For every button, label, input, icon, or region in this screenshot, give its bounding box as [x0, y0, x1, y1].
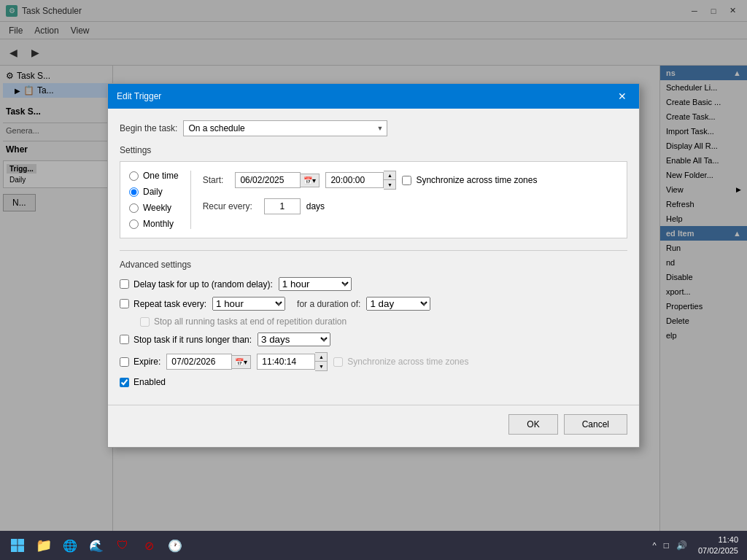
stop-running-checkbox	[140, 317, 150, 327]
recur-label: Recur every:	[203, 201, 252, 211]
sync-checkbox[interactable]	[402, 176, 411, 185]
repeat-task-checkbox-label[interactable]: Repeat task every:	[120, 299, 206, 309]
dialog-title-bar: Edit Trigger ✕	[108, 84, 639, 109]
for-duration-label: for a duration of:	[297, 299, 360, 309]
svg-rect-0	[11, 539, 18, 545]
advanced-label: Advanced settings	[120, 260, 627, 270]
delay-select-wrapper: 1 hour 30 minutes 2 hours 4 hours	[279, 277, 352, 291]
time-down-button[interactable]: ▼	[384, 180, 395, 189]
settings-right-panel: Start: 📅▾ ▲ ▼	[203, 171, 618, 229]
expire-date-wrapper: 📅▾	[166, 354, 251, 370]
delay-select[interactable]: 1 hour 30 minutes 2 hours 4 hours	[279, 277, 352, 291]
begin-task-select-wrapper: On a schedule At log on At startup On id…	[183, 120, 387, 136]
taskbar-file-explorer-icon[interactable]: 📁	[32, 534, 55, 557]
windows-logo-icon	[10, 538, 25, 553]
expire-sync-label[interactable]: Synchronize across time zones	[333, 357, 468, 367]
start-label: Start:	[203, 175, 224, 185]
stop-task-checkbox[interactable]	[120, 335, 129, 344]
expire-time-up-button[interactable]: ▲	[315, 353, 327, 362]
expire-time-input[interactable]	[257, 354, 315, 370]
expire-checkbox-label[interactable]: Expire:	[120, 357, 160, 367]
dialog-title: Edit Trigger	[117, 91, 161, 101]
taskbar-app5-icon[interactable]: ⊘	[137, 534, 160, 557]
radio-one-time[interactable]: One time	[129, 171, 179, 181]
advanced-settings-section: Advanced settings Delay task for up to (…	[120, 250, 627, 387]
expire-date-input[interactable]	[166, 354, 232, 370]
radio-daily[interactable]: Daily	[129, 187, 179, 197]
expire-checkbox[interactable]	[120, 357, 129, 367]
stop-task-checkbox-label[interactable]: Stop task if it runs longer than:	[120, 335, 252, 345]
sync-checkbox-label[interactable]: Synchronize across time zones	[402, 175, 537, 185]
enabled-checkbox[interactable]	[120, 378, 129, 387]
tray-volume-icon[interactable]: 🔊	[674, 539, 689, 552]
expire-sync-checkbox	[333, 357, 343, 367]
start-date-input[interactable]	[235, 172, 301, 188]
start-time-wrapper: ▲ ▼	[325, 171, 396, 190]
clock-date: 07/02/2025	[698, 545, 738, 556]
recur-row: Recur every: days	[203, 198, 618, 214]
expire-row: Expire: 📅▾ ▲ ▼	[120, 352, 627, 371]
start-button[interactable]	[6, 534, 29, 557]
schedule-radio-group: One time Daily Weekly Monthly	[129, 171, 191, 229]
delay-task-checkbox-label[interactable]: Delay task for up to (random delay):	[120, 279, 273, 289]
repeat-select[interactable]: 1 hour 15 minutes 30 minutes 2 hours	[212, 297, 285, 311]
svg-rect-3	[18, 546, 25, 553]
expire-date-picker-button[interactable]: 📅▾	[232, 355, 251, 369]
time-spinner: ▲ ▼	[384, 171, 396, 190]
repeat-task-checkbox[interactable]	[120, 299, 129, 308]
taskbar-clock[interactable]: 11:40 07/02/2025	[695, 534, 741, 557]
repeat-task-row: Repeat task every: 1 hour 15 minutes 30 …	[120, 297, 627, 311]
start-row: Start: 📅▾ ▲ ▼	[203, 171, 618, 190]
begin-task-label: Begin the task:	[120, 123, 177, 133]
dialog-buttons: OK Cancel	[108, 405, 639, 443]
start-time-input[interactable]	[325, 172, 384, 188]
expire-time-wrapper: ▲ ▼	[257, 352, 328, 371]
date-picker-button[interactable]: 📅▾	[301, 174, 320, 187]
ok-button[interactable]: OK	[508, 414, 557, 435]
dialog-close-button[interactable]: ✕	[614, 88, 630, 104]
start-date-wrapper: 📅▾	[235, 172, 320, 188]
radio-weekly[interactable]: Weekly	[129, 203, 179, 213]
delay-task-row: Delay task for up to (random delay): 1 h…	[120, 277, 627, 291]
duration-select[interactable]: 1 day 15 minutes 30 minutes 1 hour Indef…	[366, 297, 430, 311]
expire-time-spinner: ▲ ▼	[315, 352, 328, 371]
stop-running-row: Stop all running tasks at end of repetit…	[140, 316, 627, 327]
recur-unit: days	[306, 201, 325, 211]
duration-select-wrapper: 1 day 15 minutes 30 minutes 1 hour Indef…	[366, 297, 430, 311]
system-tray: ^ □ 🔊 11:40 07/02/2025	[651, 534, 741, 557]
dialog-body: Begin the task: On a schedule At log on …	[108, 109, 639, 405]
svg-rect-1	[18, 539, 25, 545]
tray-chevron-icon[interactable]: ^	[651, 540, 659, 551]
dialog-overlay: Edit Trigger ✕ Begin the task: On a sche…	[0, 0, 747, 531]
taskbar-clock-app-icon[interactable]: 🕐	[163, 534, 187, 557]
edit-trigger-dialog: Edit Trigger ✕ Begin the task: On a sche…	[107, 83, 640, 448]
begin-task-select[interactable]: On a schedule At log on At startup On id…	[183, 120, 387, 136]
expire-time-down-button[interactable]: ▼	[315, 362, 327, 370]
taskbar-chrome-icon[interactable]: 🌐	[58, 534, 82, 557]
taskbar: 📁 🌐 🌊 🛡 ⊘ 🕐 ^ □ 🔊 11:40 07/02/2025	[0, 531, 747, 560]
taskbar-app4-icon[interactable]: 🛡	[111, 534, 134, 557]
tray-icons: ^ □ 🔊	[651, 539, 689, 552]
svg-rect-2	[11, 546, 18, 553]
stop-select[interactable]: 3 days 1 hour 2 hours 7 days 30 days	[258, 332, 330, 346]
enabled-checkbox-label[interactable]: Enabled	[120, 377, 166, 387]
radio-monthly[interactable]: Monthly	[129, 219, 179, 229]
cancel-button[interactable]: Cancel	[564, 414, 627, 435]
enabled-row: Enabled	[120, 377, 627, 387]
recur-value-input[interactable]	[264, 198, 301, 214]
taskbar-edge-icon[interactable]: 🌊	[85, 534, 108, 557]
delay-task-checkbox[interactable]	[120, 279, 129, 289]
settings-label: Settings	[120, 145, 627, 155]
repeat-select-wrapper: 1 hour 15 minutes 30 minutes 2 hours	[212, 297, 285, 311]
begin-task-row: Begin the task: On a schedule At log on …	[120, 120, 627, 136]
time-up-button[interactable]: ▲	[384, 171, 395, 180]
stop-select-wrapper: 3 days 1 hour 2 hours 7 days 30 days	[258, 332, 330, 346]
clock-time: 11:40	[698, 534, 738, 545]
stop-task-row: Stop task if it runs longer than: 3 days…	[120, 332, 627, 346]
tray-display-icon[interactable]: □	[662, 539, 671, 552]
